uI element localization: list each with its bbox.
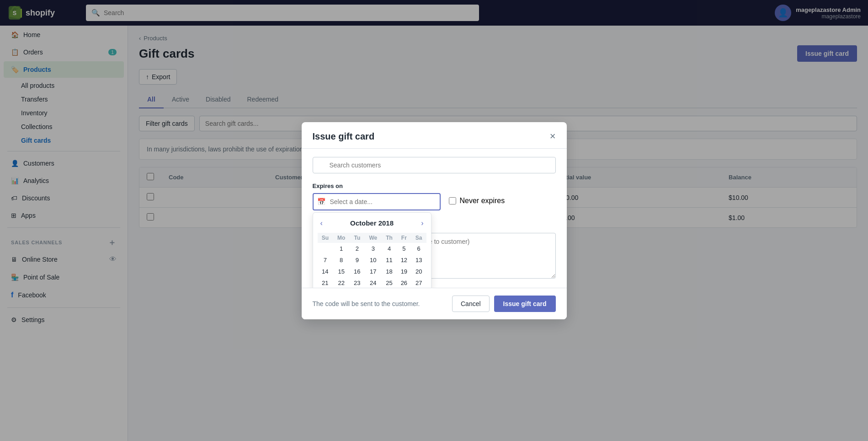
calendar-dropdown: ‹ October 2018 › Su Mo Tu	[313, 212, 431, 288]
next-month-button[interactable]: ›	[418, 218, 426, 228]
cal-day-tu: Tu	[350, 233, 364, 243]
calendar-day-27[interactable]: 27	[411, 277, 426, 288]
calendar-day-21[interactable]: 21	[318, 277, 333, 288]
calendar-icon: 📅	[317, 198, 326, 206]
calendar-day-9[interactable]: 9	[350, 254, 364, 266]
expires-row: 📅 ‹ October 2018 ›	[313, 193, 556, 210]
expires-section: Expires on 📅 ‹ October 2018 ›	[302, 178, 567, 217]
modal-close-button[interactable]: ×	[550, 131, 556, 141]
cancel-button[interactable]: Cancel	[452, 296, 490, 312]
calendar-day-13[interactable]: 13	[411, 254, 426, 266]
calendar-day-16[interactable]: 16	[350, 266, 364, 277]
never-expires-checkbox[interactable]	[449, 197, 456, 204]
cal-day-we: We	[364, 233, 382, 243]
date-input-wrapper: 📅 ‹ October 2018 ›	[313, 193, 441, 210]
calendar-grid: Su Mo Tu We Th Fr Sa	[318, 233, 426, 288]
calendar-day-17[interactable]: 17	[364, 266, 382, 277]
calendar-empty-cell	[318, 243, 333, 254]
calendar-week-row: 78910111213	[318, 254, 426, 266]
calendar-month: October 2018	[350, 219, 394, 227]
calendar-day-19[interactable]: 19	[397, 266, 411, 277]
calendar-day-11[interactable]: 11	[382, 254, 396, 266]
calendar-day-8[interactable]: 8	[333, 254, 350, 266]
cal-day-su: Su	[318, 233, 333, 243]
calendar-day-24[interactable]: 24	[364, 277, 382, 288]
calendar-week-row: 21222324252627	[318, 277, 426, 288]
modal-body: 🔍 Expires on 📅 ‹ October 2018	[302, 149, 567, 288]
modal-footer: The code will be sent to the customer. C…	[302, 288, 567, 319]
issue-gift-card-modal: Issue gift card × 🔍 Expires on 📅	[302, 122, 567, 319]
calendar-day-26[interactable]: 26	[397, 277, 411, 288]
modal-overlay[interactable]: Issue gift card × 🔍 Expires on 📅	[0, 0, 868, 441]
calendar-day-25[interactable]: 25	[382, 277, 396, 288]
calendar-day-14[interactable]: 14	[318, 266, 333, 277]
calendar-day-12[interactable]: 12	[397, 254, 411, 266]
calendar-day-7[interactable]: 7	[318, 254, 333, 266]
never-expires-label: Never expires	[460, 197, 505, 205]
calendar-day-22[interactable]: 22	[333, 277, 350, 288]
calendar-header: ‹ October 2018 ›	[318, 218, 426, 228]
calendar-week-row: 14151617181920	[318, 266, 426, 277]
cal-day-sa: Sa	[411, 233, 426, 243]
prev-month-button[interactable]: ‹	[318, 218, 325, 228]
calendar-day-5[interactable]: 5	[397, 243, 411, 254]
calendar-day-23[interactable]: 23	[350, 277, 364, 288]
search-wrapper: 🔍	[313, 157, 556, 173]
calendar-day-3[interactable]: 3	[364, 243, 382, 254]
modal-title: Issue gift card	[313, 131, 375, 142]
modal-issue-button[interactable]: Issue gift card	[494, 296, 556, 312]
date-input[interactable]	[313, 193, 441, 210]
calendar-day-2[interactable]: 2	[350, 243, 364, 254]
calendar-day-15[interactable]: 15	[333, 266, 350, 277]
never-expires-row: Never expires	[449, 193, 505, 205]
modal-footer-actions: Cancel Issue gift card	[452, 296, 556, 312]
calendar-day-6[interactable]: 6	[411, 243, 426, 254]
modal-header: Issue gift card ×	[302, 122, 567, 149]
footer-text: The code will be sent to the customer.	[313, 300, 420, 307]
calendar-day-1[interactable]: 1	[333, 243, 350, 254]
calendar-day-10[interactable]: 10	[364, 254, 382, 266]
cal-day-th: Th	[382, 233, 396, 243]
calendar-day-18[interactable]: 18	[382, 266, 396, 277]
cal-day-mo: Mo	[333, 233, 350, 243]
cal-day-fr: Fr	[397, 233, 411, 243]
calendar-week-row: 123456	[318, 243, 426, 254]
calendar-day-20[interactable]: 20	[411, 266, 426, 277]
modal-search-section: 🔍	[302, 149, 567, 178]
expires-label: Expires on	[313, 183, 556, 189]
calendar-day-4[interactable]: 4	[382, 243, 396, 254]
search-customers-input[interactable]	[313, 157, 556, 173]
